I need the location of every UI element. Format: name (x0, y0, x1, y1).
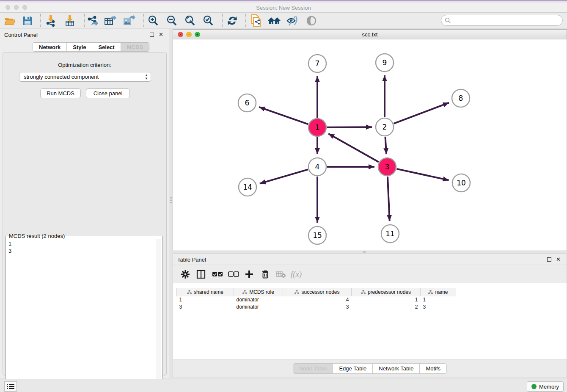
export-table-icon[interactable] (103, 14, 118, 28)
table-cell[interactable]: 4 (283, 296, 352, 304)
network-window: ✕ − + scc.txt 1234678910111415 (173, 29, 567, 251)
select-all-icon[interactable] (210, 267, 225, 282)
table-cell[interactable]: 1 (421, 296, 456, 304)
svg-text:7: 7 (315, 59, 320, 68)
node-3[interactable]: 3 (378, 158, 396, 176)
search-box[interactable] (441, 15, 563, 26)
table-cell[interactable]: dominator (234, 304, 283, 311)
network-canvas[interactable]: 1234678910111415 (173, 39, 567, 251)
list-icon (7, 384, 14, 389)
table-cell[interactable]: dominator (234, 296, 283, 304)
memory-label: Memory (539, 384, 559, 390)
table-row[interactable]: 3dominator323 (177, 304, 456, 311)
node-14[interactable]: 14 (239, 178, 256, 196)
duplicate-network-icon[interactable] (249, 14, 263, 28)
svg-text:4: 4 (315, 163, 320, 171)
column-header-MCDS-role[interactable]: MCDS role (234, 288, 283, 296)
import-network-icon[interactable] (44, 14, 58, 28)
table-cell[interactable]: 3 (177, 304, 234, 311)
svg-text:11: 11 (385, 229, 395, 238)
table-cell[interactable]: 3 (283, 304, 352, 311)
tab-motifs[interactable]: Motifs (420, 364, 446, 373)
add-column-icon[interactable] (242, 267, 256, 282)
search-input[interactable] (451, 16, 562, 25)
node-8[interactable]: 8 (452, 89, 470, 107)
tab-network[interactable]: Network (33, 43, 67, 51)
tab-mcds[interactable]: MCDS (121, 43, 149, 51)
close-panel-icon[interactable]: ✕ (556, 256, 561, 262)
delete-column-icon[interactable] (258, 267, 272, 282)
float-panel-icon[interactable] (150, 33, 154, 37)
svg-text:14: 14 (243, 183, 252, 191)
zoom-in-icon[interactable] (146, 14, 160, 28)
mcds-result-scrollbar[interactable] (157, 239, 161, 392)
zoom-out-icon[interactable] (165, 14, 179, 28)
show-columns-icon[interactable] (194, 267, 208, 282)
style-visibility-icon[interactable] (285, 14, 300, 28)
node-1[interactable]: 1 (308, 119, 326, 136)
export-network-icon[interactable] (85, 14, 99, 28)
node-11[interactable]: 11 (381, 225, 399, 243)
toolbar-separator (143, 14, 144, 27)
node-2[interactable]: 2 (376, 118, 394, 136)
table-row[interactable]: 1dominator411 (177, 296, 456, 304)
edge-3-11[interactable] (388, 177, 390, 221)
table-settings-icon[interactable] (178, 267, 193, 282)
tab-edge-table[interactable]: Edge Table (333, 364, 373, 373)
node-6[interactable]: 6 (238, 94, 256, 112)
node-9[interactable]: 9 (376, 54, 394, 72)
save-session-icon[interactable] (20, 14, 35, 28)
node-7[interactable]: 7 (308, 55, 326, 72)
toolbar-separator (222, 14, 223, 27)
task-history-button[interactable] (4, 381, 17, 392)
zoom-fit-icon[interactable] (183, 14, 197, 28)
table-cell[interactable]: 2 (352, 304, 421, 311)
memory-button[interactable]: Memory (527, 381, 564, 392)
edge-2-3[interactable] (385, 137, 386, 154)
run-mcds-button[interactable]: Run MCDS (40, 88, 81, 98)
edge-1-6[interactable] (259, 107, 308, 124)
export-image-icon[interactable] (122, 14, 136, 28)
float-panel-icon[interactable] (547, 257, 551, 262)
window-titlebar: Session: New Session (0, 3, 567, 13)
refresh-layout-icon[interactable] (225, 14, 239, 28)
vertical-splitter[interactable] (170, 197, 172, 204)
control-panel: Control Panel ✕ NetworkStyleSelectMCDS O… (0, 29, 169, 378)
table-cell[interactable]: 1 (177, 296, 234, 304)
table-cell[interactable]: 1 (352, 296, 421, 304)
import-table-icon[interactable] (63, 14, 77, 28)
edge-3-10[interactable] (396, 169, 449, 180)
tab-style[interactable]: Style (67, 43, 92, 51)
column-header-predecessor-nodes[interactable]: predecessor nodes (352, 288, 421, 296)
node-15[interactable]: 15 (308, 226, 326, 244)
edge-2-8[interactable] (394, 103, 449, 124)
node-10[interactable]: 10 (452, 174, 470, 192)
tab-network-table[interactable]: Network Table (373, 364, 420, 373)
mcds-result-text[interactable]: 1 3 (7, 239, 156, 392)
node-4[interactable]: 4 (308, 158, 326, 176)
table-cell[interactable]: 3 (421, 304, 456, 311)
open-session-icon[interactable] (3, 14, 17, 28)
column-header-successor-nodes[interactable]: successor nodes (283, 288, 352, 296)
eye-icon[interactable] (304, 14, 319, 28)
zoom-selected-icon[interactable] (201, 14, 215, 28)
edge-3-1[interactable] (328, 134, 379, 162)
optimization-criterion-select[interactable]: strongly connected component ▲▼ (19, 72, 151, 82)
home-icon[interactable] (267, 14, 281, 28)
status-bar: Memory (0, 379, 567, 392)
edge-1-2[interactable] (327, 127, 372, 127)
optimization-criterion-value: strongly connected component (24, 74, 99, 80)
close-panel-button[interactable]: Close panel (86, 88, 130, 98)
node-table: shared nameMCDS rolesuccessor nodesprede… (176, 288, 456, 311)
mcds-panel: Optimization criterion: strongly connect… (3, 52, 167, 375)
edge-4-14[interactable] (260, 169, 308, 183)
horizontal-splitter[interactable] (363, 251, 366, 253)
tab-select[interactable]: Select (92, 43, 121, 51)
close-panel-icon[interactable]: ✕ (159, 31, 163, 38)
optimization-criterion-label: Optimization criterion: (3, 62, 166, 68)
deselect-all-icon[interactable] (226, 267, 241, 282)
delete-table-icon[interactable] (274, 267, 288, 282)
tab-node-table[interactable]: Node Table (293, 364, 333, 373)
column-header-name[interactable]: name (421, 288, 456, 296)
column-header-shared-name[interactable]: shared name (177, 288, 234, 296)
